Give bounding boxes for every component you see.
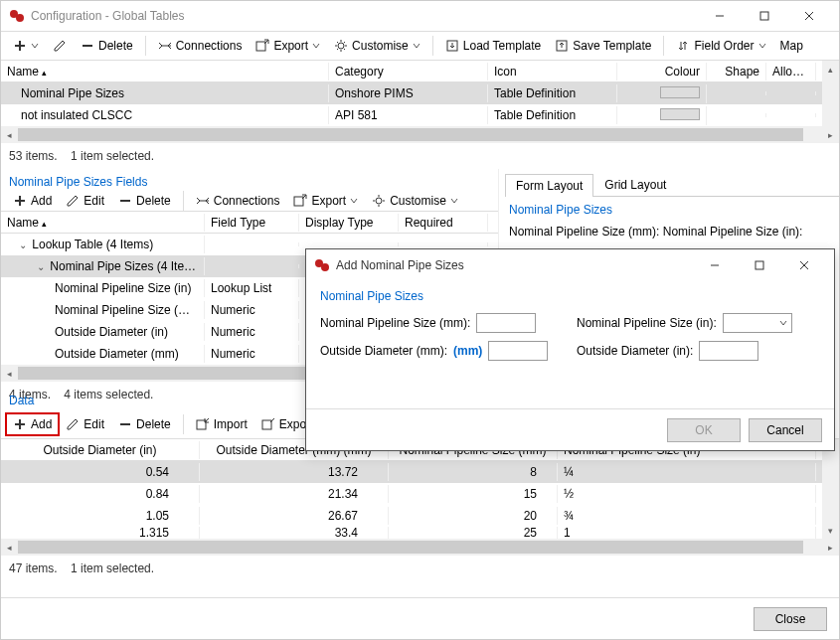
fields-title: Nominal Pipe Sizes Fields <box>1 169 498 191</box>
label-npmm: Nominal Pipeline Size (mm): <box>320 316 470 330</box>
unit-odmm: (mm) <box>453 344 482 358</box>
col-category[interactable]: Category <box>329 63 488 80</box>
table-row[interactable]: 0.5413.728¼ <box>1 461 822 483</box>
input-odin[interactable] <box>699 341 758 361</box>
data-status: 47 items. 1 item selected. <box>1 556 839 581</box>
tree-toggle-icon[interactable]: ⌄ <box>37 261 47 272</box>
label-npin: Nominal Pipeline Size (in): <box>577 316 717 330</box>
close-button[interactable] <box>786 1 831 31</box>
col-icon[interactable]: Icon <box>488 63 617 80</box>
dialog-footer: OK Cancel <box>306 408 834 450</box>
top-grid-status: 53 items. 1 item selected. <box>1 143 839 169</box>
field-order-button[interactable]: Field Order <box>670 36 771 56</box>
col-name[interactable]: Name <box>1 63 329 80</box>
svg-rect-3 <box>760 12 768 20</box>
data-grid-container: Outside Diameter (in)Outside Diameter (m… <box>1 439 839 539</box>
label-odmm: Outside Diameter (mm): <box>320 344 447 358</box>
col-odin[interactable]: Outside Diameter (in) <box>1 441 200 459</box>
dialog-title: Add Nominal Pipe Sizes <box>336 258 692 272</box>
table-row[interactable]: Nominal Pipe SizesOnshore PIMSTable Defi… <box>1 82 822 104</box>
maximize-button[interactable] <box>742 1 786 31</box>
col-shape[interactable]: Shape <box>707 63 766 80</box>
col-display-type[interactable]: Display Type <box>299 214 399 232</box>
label-odin: Outside Diameter (in): <box>577 344 693 358</box>
customise-button[interactable]: Customise <box>328 36 426 56</box>
colour-swatch <box>660 86 700 98</box>
dialog-titlebar: Add Nominal Pipe Sizes <box>306 249 834 281</box>
svg-rect-26 <box>756 261 763 269</box>
col-allow[interactable]: Allow Ir <box>766 63 816 80</box>
data-vscroll[interactable]: ▴▾ <box>822 439 839 539</box>
dialog-maximize-button[interactable] <box>737 250 781 280</box>
dialog-row-2: Outside Diameter (mm): (mm) Outside Diam… <box>306 337 834 365</box>
data-import-button[interactable]: Import <box>190 414 253 434</box>
fields-add-button[interactable]: Add <box>7 191 58 211</box>
data-hscroll[interactable]: ◂▸ <box>1 539 839 556</box>
dialog-cancel-button[interactable]: Cancel <box>749 418 822 442</box>
tree-toggle-icon[interactable]: ⌄ <box>19 240 29 250</box>
colour-swatch <box>660 108 700 120</box>
svg-point-1 <box>16 14 24 22</box>
fields-customise-button[interactable]: Customise <box>366 191 464 211</box>
map-button[interactable]: Map <box>774 36 809 56</box>
hscrollbar-top[interactable]: ◂▸ <box>1 126 839 143</box>
dialog-row-1: Nominal Pipeline Size (mm): Nominal Pipe… <box>306 309 834 337</box>
fields-edit-button[interactable]: Edit <box>60 191 110 211</box>
col-field-type[interactable]: Field Type <box>205 214 299 232</box>
table-row[interactable]: 0.8421.3415½ <box>1 483 822 505</box>
svg-rect-16 <box>294 197 303 206</box>
fields-connections-button[interactable]: Connections <box>190 191 286 211</box>
table-row[interactable]: 1.31533.4251 <box>1 527 822 539</box>
svg-point-17 <box>376 198 382 204</box>
col-required[interactable]: Required <box>399 214 488 232</box>
export-button[interactable]: Export <box>250 36 326 56</box>
fields-toolbar: Add Edit Delete Connections Export Custo… <box>1 191 498 212</box>
col-colour[interactable]: Colour <box>617 63 707 80</box>
input-odmm[interactable] <box>488 341 548 361</box>
dialog-app-icon <box>314 257 330 273</box>
svg-point-24 <box>321 263 329 271</box>
data-add-button[interactable]: Add <box>7 414 58 434</box>
fields-delete-button[interactable]: Delete <box>112 191 177 211</box>
delete-button[interactable]: Delete <box>75 36 139 56</box>
save-template-button[interactable]: Save Template <box>549 36 657 56</box>
tab-grid-layout[interactable]: Grid Layout <box>593 173 677 196</box>
data-delete-button[interactable]: Delete <box>112 414 177 434</box>
table-row[interactable]: not insulated CLSCCAPI 581Table Definiti… <box>1 104 822 126</box>
svg-point-10 <box>338 43 344 49</box>
dialog-section-title: Nominal Pipe Sizes <box>306 281 834 309</box>
load-template-button[interactable]: Load Template <box>439 36 548 56</box>
svg-rect-9 <box>256 42 265 51</box>
svg-rect-22 <box>262 420 271 429</box>
dialog-close-button[interactable] <box>781 250 826 280</box>
main-toolbar: Delete Connections Export Customise Load… <box>1 31 839 61</box>
top-grid: NameCategoryIconColourShapeAllow IrNomin… <box>1 61 822 126</box>
dialog-ok-button[interactable]: OK <box>667 418 741 442</box>
close-button-footer[interactable]: Close <box>754 607 827 631</box>
data-grid: Outside Diameter (in)Outside Diameter (m… <box>1 439 822 539</box>
add-button[interactable] <box>7 36 45 56</box>
top-grid-container: NameCategoryIconColourShapeAllow IrNomin… <box>1 61 839 126</box>
titlebar: Configuration - Global Tables <box>1 1 839 31</box>
window-title: Configuration - Global Tables <box>31 9 697 23</box>
select-npin[interactable] <box>723 313 792 333</box>
fields-grid-header: NameField TypeDisplay TypeRequired <box>1 212 498 234</box>
add-dialog: Add Nominal Pipe Sizes Nominal Pipe Size… <box>305 248 835 451</box>
input-npmm[interactable] <box>476 313 536 333</box>
tab-form-layout[interactable]: Form Layout <box>505 174 593 197</box>
connections-button[interactable]: Connections <box>152 36 249 56</box>
edit-icon-button[interactable] <box>47 36 73 56</box>
dialog-minimize-button[interactable] <box>692 250 737 280</box>
fields-export-button[interactable]: Export <box>287 191 364 211</box>
form-section-title: Nominal Pipe Sizes <box>505 197 839 219</box>
data-edit-button[interactable]: Edit <box>60 414 110 434</box>
vscrollbar[interactable]: ▴ <box>822 61 839 126</box>
app-icon <box>9 8 25 24</box>
layout-tabs: Form Layout Grid Layout <box>505 173 839 197</box>
top-grid-header: NameCategoryIconColourShapeAllow Ir <box>1 61 822 82</box>
main-footer: Close <box>1 597 839 639</box>
col-name[interactable]: Name <box>1 214 205 232</box>
table-row[interactable]: 1.0526.6720¾ <box>1 505 822 527</box>
minimize-button[interactable] <box>697 1 742 31</box>
form-preview-line: Nominal Pipeline Size (mm): Nominal Pipe… <box>505 219 839 244</box>
